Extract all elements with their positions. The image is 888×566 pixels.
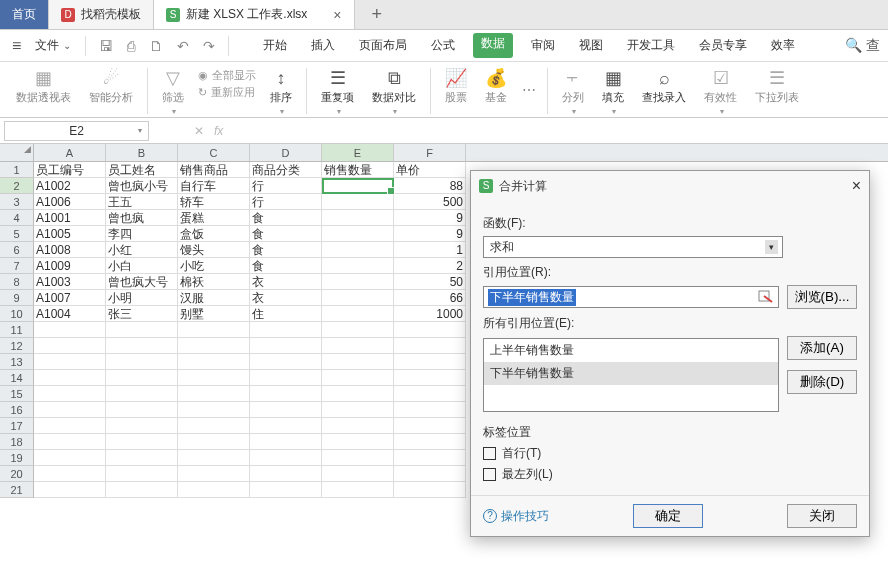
cell[interactable] <box>34 434 106 449</box>
tab-formula[interactable]: 公式 <box>425 33 461 58</box>
cell[interactable] <box>322 290 394 305</box>
cell[interactable] <box>106 418 178 433</box>
dedup-button[interactable]: ☰重复项 <box>313 66 362 118</box>
cell[interactable] <box>394 402 466 417</box>
ok-button[interactable]: 确定 <box>633 504 703 528</box>
cell[interactable] <box>250 434 322 449</box>
cell[interactable]: 馒头 <box>178 242 250 257</box>
close-icon[interactable]: × <box>852 177 861 195</box>
cell[interactable]: A1009 <box>34 258 106 273</box>
cell[interactable]: 棉袄 <box>178 274 250 289</box>
tab-view[interactable]: 视图 <box>573 33 609 58</box>
select-all-corner[interactable] <box>0 144 34 161</box>
grid-row[interactable]: A1007小明汉服衣66 <box>34 290 466 306</box>
row-header[interactable]: 19 <box>0 450 34 466</box>
cell[interactable] <box>322 194 394 209</box>
cell[interactable]: A1006 <box>34 194 106 209</box>
cell[interactable] <box>322 418 394 433</box>
cell[interactable] <box>34 482 106 497</box>
cell[interactable] <box>178 402 250 417</box>
tab-home[interactable]: 首页 <box>0 0 49 29</box>
tab-dev[interactable]: 开发工具 <box>621 33 681 58</box>
row-header[interactable]: 15 <box>0 386 34 402</box>
grid-row[interactable]: A1001曾也疯蛋糕食9 <box>34 210 466 226</box>
tab-templates[interactable]: D 找稻壳模板 <box>49 0 154 29</box>
row-header[interactable]: 13 <box>0 354 34 370</box>
cell[interactable]: 食 <box>250 242 322 257</box>
tab-insert[interactable]: 插入 <box>305 33 341 58</box>
grid-row[interactable] <box>34 386 466 402</box>
compare-button[interactable]: ⧉数据对比 <box>364 66 424 118</box>
grid-row[interactable]: A1008小红馒头食1 <box>34 242 466 258</box>
cell[interactable] <box>178 370 250 385</box>
cell[interactable] <box>394 322 466 337</box>
cell[interactable] <box>322 274 394 289</box>
row-header[interactable]: 8 <box>0 274 34 290</box>
cell[interactable] <box>322 306 394 321</box>
cell[interactable] <box>178 466 250 481</box>
stock-button[interactable]: 📈股票 <box>437 66 475 107</box>
cell[interactable]: 员工编号 <box>34 162 106 177</box>
cell[interactable]: 9 <box>394 226 466 241</box>
row-header[interactable]: 4 <box>0 210 34 226</box>
grid-row[interactable] <box>34 322 466 338</box>
cell[interactable]: 汉服 <box>178 290 250 305</box>
cell[interactable]: 食 <box>250 210 322 225</box>
close-tab-icon[interactable]: × <box>333 7 341 23</box>
cell[interactable] <box>34 450 106 465</box>
row-header[interactable]: 3 <box>0 194 34 210</box>
row-header[interactable]: 7 <box>0 258 34 274</box>
tab-review[interactable]: 审阅 <box>525 33 561 58</box>
cell[interactable]: 别墅 <box>178 306 250 321</box>
tab-current-file[interactable]: S 新建 XLSX 工作表.xlsx × <box>154 0 355 29</box>
delete-button[interactable]: 删除(D) <box>787 370 857 394</box>
cell[interactable] <box>250 386 322 401</box>
cell[interactable]: 食 <box>250 226 322 241</box>
cell[interactable]: 66 <box>394 290 466 305</box>
cancel-icon[interactable]: ✕ <box>194 124 204 138</box>
more-icon[interactable]: ⋯ <box>517 82 541 98</box>
split-button[interactable]: ⫟分列 <box>554 66 592 118</box>
cell[interactable]: 2 <box>394 258 466 273</box>
cell[interactable]: 衣 <box>250 274 322 289</box>
col-header[interactable]: A <box>34 144 106 161</box>
dialog-titlebar[interactable]: S 合并计算 × <box>471 171 869 201</box>
cell[interactable] <box>322 226 394 241</box>
cell[interactable]: 88 <box>394 178 466 193</box>
grid-row[interactable]: 员工编号员工姓名销售商品商品分类销售数量单价 <box>34 162 466 178</box>
cell[interactable] <box>394 418 466 433</box>
cell[interactable] <box>322 242 394 257</box>
findin-button[interactable]: ⌕查找录入 <box>634 66 694 107</box>
grid-row[interactable]: A1002曾也疯小号自行车行88 <box>34 178 466 194</box>
cell[interactable] <box>178 338 250 353</box>
cell[interactable] <box>250 418 322 433</box>
cell[interactable]: 曾也疯小号 <box>106 178 178 193</box>
cell[interactable]: 销售数量 <box>322 162 394 177</box>
cell[interactable] <box>250 354 322 369</box>
cell[interactable]: 1 <box>394 242 466 257</box>
cell[interactable]: A1002 <box>34 178 106 193</box>
cell[interactable]: A1008 <box>34 242 106 257</box>
cell[interactable]: 9 <box>394 210 466 225</box>
cell[interactable] <box>322 178 394 193</box>
row-header[interactable]: 16 <box>0 402 34 418</box>
col-header[interactable]: C <box>178 144 250 161</box>
cell[interactable]: 轿车 <box>178 194 250 209</box>
grid-row[interactable] <box>34 418 466 434</box>
row-header[interactable]: 1 <box>0 162 34 178</box>
cell[interactable] <box>178 386 250 401</box>
cell[interactable]: 李四 <box>106 226 178 241</box>
cell[interactable] <box>394 386 466 401</box>
tab-efficiency[interactable]: 效率 <box>765 33 801 58</box>
grid-row[interactable]: A1009小白小吃食2 <box>34 258 466 274</box>
cell[interactable]: 衣 <box>250 290 322 305</box>
sort-button[interactable]: ↕排序 <box>262 66 300 118</box>
cell[interactable] <box>322 386 394 401</box>
grid-row[interactable]: A1004张三别墅住1000 <box>34 306 466 322</box>
cell[interactable] <box>322 466 394 481</box>
redo-icon[interactable]: ↷ <box>198 38 220 54</box>
cell[interactable]: 小红 <box>106 242 178 257</box>
cell[interactable]: 销售商品 <box>178 162 250 177</box>
pivot-button[interactable]: ▦数据透视表 <box>8 66 79 107</box>
cell[interactable] <box>394 338 466 353</box>
